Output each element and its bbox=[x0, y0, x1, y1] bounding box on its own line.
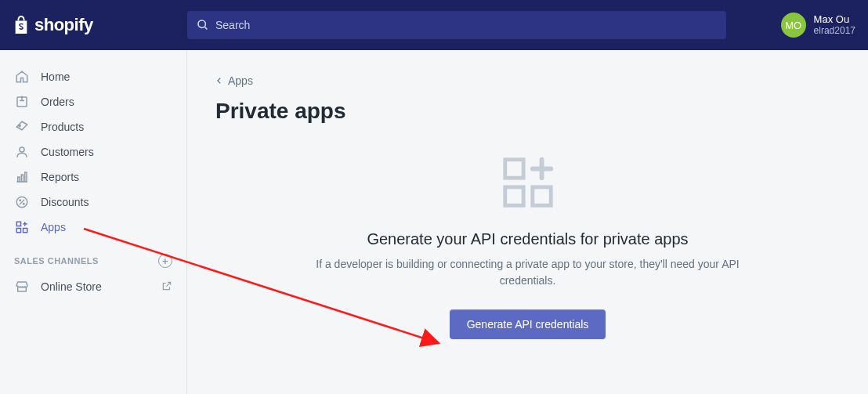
profile-menu[interactable]: MO Max Ou elrad2017 bbox=[765, 13, 855, 38]
external-link-icon[interactable] bbox=[161, 280, 172, 294]
svg-point-12 bbox=[24, 204, 25, 205]
sidebar-item-label: Discounts bbox=[41, 196, 89, 208]
add-channel-button[interactable]: + bbox=[158, 254, 172, 268]
online-store-icon bbox=[14, 279, 30, 295]
profile-name: Max Ou bbox=[814, 14, 855, 25]
main-content: Apps Private apps Generate your API cred… bbox=[187, 50, 868, 394]
profile-text: Max Ou elrad2017 bbox=[814, 14, 855, 35]
sidebar-item-label: Orders bbox=[41, 96, 74, 108]
products-icon bbox=[14, 119, 30, 135]
brand-name: shopify bbox=[34, 15, 93, 35]
svg-rect-15 bbox=[16, 229, 20, 233]
reports-icon bbox=[14, 169, 30, 185]
sidebar-item-reports[interactable]: Reports bbox=[0, 164, 186, 190]
apps-grid-icon bbox=[497, 152, 559, 216]
shopify-bag-icon bbox=[13, 15, 30, 35]
sidebar-item-label: Online Store bbox=[41, 280, 102, 293]
svg-rect-13 bbox=[16, 222, 20, 226]
sidebar-item-home[interactable]: Home bbox=[0, 64, 186, 89]
sidebar-item-label: Home bbox=[41, 70, 70, 83]
svg-rect-7 bbox=[21, 175, 23, 182]
svg-rect-6 bbox=[18, 177, 20, 182]
discounts-icon bbox=[14, 194, 30, 210]
svg-rect-19 bbox=[505, 160, 523, 178]
empty-description: If a developer is building or connecting… bbox=[309, 256, 747, 289]
sales-channels-label: SALES CHANNELS bbox=[14, 256, 99, 266]
page-title: Private apps bbox=[215, 99, 840, 124]
profile-store: elrad2017 bbox=[814, 26, 855, 36]
sidebar-item-online-store[interactable]: Online Store bbox=[0, 274, 186, 299]
sidebar: Home Orders Products Customers Reports bbox=[0, 50, 187, 394]
svg-point-0 bbox=[198, 20, 205, 27]
breadcrumb[interactable]: Apps bbox=[215, 74, 253, 87]
generate-credentials-button[interactable]: Generate API credentials bbox=[450, 309, 606, 339]
svg-point-4 bbox=[20, 147, 24, 152]
sidebar-item-apps[interactable]: Apps bbox=[0, 215, 186, 240]
svg-line-1 bbox=[204, 27, 207, 29]
svg-point-11 bbox=[20, 200, 21, 201]
customers-icon bbox=[14, 144, 30, 160]
sidebar-item-label: Reports bbox=[41, 171, 79, 183]
orders-icon bbox=[14, 94, 30, 110]
svg-rect-20 bbox=[505, 187, 523, 205]
avatar: MO bbox=[781, 13, 806, 38]
svg-rect-8 bbox=[25, 172, 27, 182]
sidebar-section-title: SALES CHANNELS + bbox=[0, 240, 186, 274]
layout: Home Orders Products Customers Reports bbox=[0, 50, 868, 394]
search-icon bbox=[197, 19, 209, 31]
sidebar-item-customers[interactable]: Customers bbox=[0, 139, 186, 164]
brand-logo[interactable]: shopify bbox=[13, 15, 187, 35]
empty-state: Generate your API credentials for privat… bbox=[215, 152, 840, 339]
sidebar-item-label: Apps bbox=[41, 221, 66, 233]
svg-point-3 bbox=[19, 125, 20, 126]
sidebar-item-label: Customers bbox=[41, 146, 94, 158]
sidebar-item-products[interactable]: Products bbox=[0, 114, 186, 139]
sidebar-item-orders[interactable]: Orders bbox=[0, 89, 186, 114]
breadcrumb-label: Apps bbox=[228, 74, 253, 87]
empty-heading: Generate your API credentials for privat… bbox=[215, 230, 840, 248]
svg-line-18 bbox=[166, 282, 170, 286]
svg-rect-14 bbox=[24, 229, 27, 233]
search-input[interactable] bbox=[215, 19, 717, 31]
topbar: shopify MO Max Ou elrad2017 bbox=[0, 0, 868, 50]
search-bar[interactable] bbox=[187, 11, 726, 39]
sidebar-item-label: Products bbox=[41, 121, 84, 133]
svg-rect-21 bbox=[532, 187, 550, 205]
sidebar-item-discounts[interactable]: Discounts bbox=[0, 190, 186, 215]
apps-icon bbox=[14, 219, 30, 235]
chevron-left-icon bbox=[215, 77, 223, 85]
home-icon bbox=[14, 69, 30, 85]
